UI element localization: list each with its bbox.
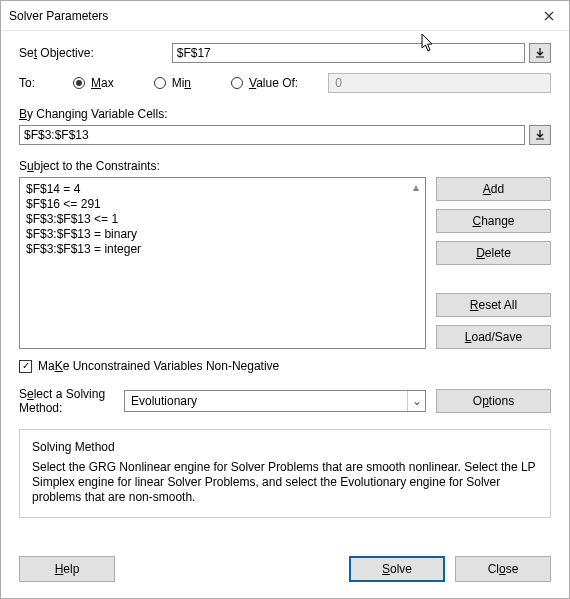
method-combobox[interactable]: Evolutionary ⌄: [124, 390, 426, 412]
reset-all-button[interactable]: Reset All: [436, 293, 551, 317]
list-item[interactable]: $F$3:$F$13 <= 1: [26, 212, 419, 227]
valueof-input[interactable]: [328, 73, 551, 93]
solving-method-desc: Select the GRG Nonlinear engine for Solv…: [32, 460, 538, 505]
help-button[interactable]: Help: [19, 556, 115, 582]
radio-icon: [73, 77, 85, 89]
footer: Help Solve Close: [1, 542, 569, 598]
select-method-label: Select a Solving Method:: [19, 387, 114, 415]
radio-valueof-label: Value Of:: [249, 76, 298, 90]
window-title: Solver Parameters: [9, 9, 529, 23]
nonneg-label: MaKe Unconstrained Variables Non-Negativ…: [38, 359, 279, 373]
radio-max[interactable]: Max: [73, 76, 114, 90]
radio-max-label: Max: [91, 76, 114, 90]
set-objective-label: Set Objective:: [19, 46, 94, 60]
titlebar: Solver Parameters: [1, 1, 569, 31]
constraints-listbox[interactable]: $F$14 = 4 $F$16 <= 291 $F$3:$F$13 <= 1 $…: [19, 177, 426, 349]
method-value: Evolutionary: [125, 394, 407, 408]
options-button[interactable]: Options: [436, 389, 551, 413]
collapse-icon: [535, 48, 545, 58]
close-footer-button[interactable]: Close: [455, 556, 551, 582]
solve-button[interactable]: Solve: [349, 556, 445, 582]
chevron-down-icon: ⌄: [407, 391, 425, 411]
list-item[interactable]: $F$3:$F$13 = integer: [26, 242, 419, 257]
nonneg-checkbox[interactable]: ✓: [19, 360, 32, 373]
changing-cells-ref-button[interactable]: [529, 125, 551, 145]
close-icon: [544, 11, 554, 21]
radio-min[interactable]: Min: [154, 76, 191, 90]
list-item[interactable]: $F$16 <= 291: [26, 197, 419, 212]
objective-input[interactable]: [172, 43, 525, 63]
add-button[interactable]: Add: [436, 177, 551, 201]
objective-ref-button[interactable]: [529, 43, 551, 63]
delete-button[interactable]: Delete: [436, 241, 551, 265]
constraints-label: Subject to the Constraints:: [19, 159, 551, 173]
radio-min-label: Min: [172, 76, 191, 90]
radio-valueof[interactable]: Value Of:: [231, 76, 298, 90]
content-area: Set Objective: To: Max Min Value Of:: [1, 31, 569, 542]
changing-cells-label: By Changing Variable Cells:: [19, 107, 551, 121]
change-button[interactable]: Change: [436, 209, 551, 233]
scroll-up-icon[interactable]: ▴: [408, 179, 424, 195]
list-item[interactable]: $F$3:$F$13 = binary: [26, 227, 419, 242]
solver-dialog: Solver Parameters Set Objective: To: Max: [0, 0, 570, 599]
load-save-button[interactable]: Load/Save: [436, 325, 551, 349]
solving-method-legend: Solving Method: [32, 440, 538, 454]
close-button[interactable]: [529, 1, 569, 31]
radio-icon: [231, 77, 243, 89]
changing-cells-input[interactable]: [19, 125, 525, 145]
solving-method-fieldset: Solving Method Select the GRG Nonlinear …: [19, 429, 551, 518]
radio-icon: [154, 77, 166, 89]
to-label: To:: [19, 76, 73, 90]
collapse-icon: [535, 130, 545, 140]
list-item[interactable]: $F$14 = 4: [26, 182, 419, 197]
